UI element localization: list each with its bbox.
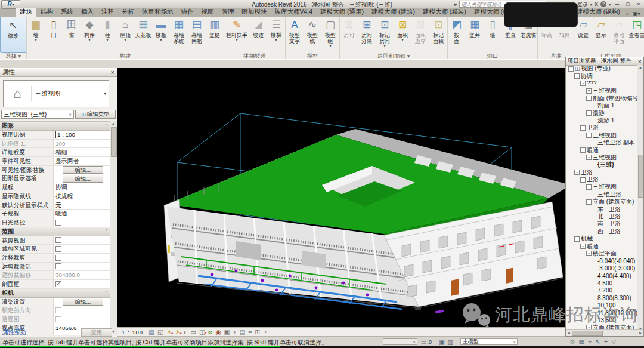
property-value[interactable]: [54, 254, 110, 262]
worksharing-display-icon[interactable]: ▤: [239, 328, 245, 335]
ceiling-button[interactable]: ▦天花板: [134, 17, 152, 53]
crop-view-icon[interactable]: ▭: [190, 328, 196, 335]
shaft-button[interactable]: ▦竖井: [466, 17, 484, 53]
tree-item[interactable]: -漫游: [566, 109, 639, 116]
workplane-viewer-button[interactable]: ◳查看器: [628, 17, 644, 53]
roof-button[interactable]: ⌂屋顶▾: [116, 17, 134, 53]
tabs-overflow-icon[interactable]: »: [624, 11, 631, 17]
floor-button[interactable]: ▬楼板▾: [152, 17, 170, 53]
tree-collapse-icon[interactable]: -: [580, 147, 586, 153]
close-button[interactable]: ×: [634, 1, 643, 7]
opening-by-face-button[interactable]: ◩按 面: [448, 17, 466, 53]
property-value[interactable]: ✓: [54, 280, 110, 288]
temporary-hide-icon[interactable]: ∞: [208, 328, 213, 335]
temporary-view-icon[interactable]: ▣: [224, 328, 230, 335]
filter-icon[interactable]: ▽: [611, 338, 616, 345]
curtain-grid-button[interactable]: ▤幕墙 网格: [188, 17, 206, 53]
tree-item[interactable]: -暖通: [566, 146, 639, 153]
ribbon-tab[interactable]: 结构: [37, 8, 57, 17]
room-button[interactable]: ⊠房间: [340, 17, 358, 53]
section-box-icon[interactable]: ⊞: [255, 328, 260, 335]
property-value[interactable]: 显示两者: [54, 157, 110, 165]
ribbon-tab[interactable]: 协作: [178, 8, 197, 17]
property-value[interactable]: 100: [54, 140, 110, 148]
detail-level-icon[interactable]: ◱: [157, 328, 163, 335]
property-value[interactable]: [54, 245, 110, 253]
tree-item[interactable]: -卫浴: [566, 168, 639, 175]
component-button[interactable]: ◆构件▾: [80, 17, 98, 53]
ribbon-tab[interactable]: 附加模块: [239, 8, 271, 17]
tree-item[interactable]: 三维卫浴: [566, 191, 639, 198]
tree-item[interactable]: -卫浴: [566, 176, 639, 183]
close-icon[interactable]: ×: [638, 58, 642, 65]
tree-item[interactable]: 4.400(4.400): [566, 272, 639, 279]
property-value[interactable]: 暖通: [54, 210, 110, 218]
tree-item[interactable]: -卫浴: [566, 124, 639, 131]
tree-collapse-icon[interactable]: -: [580, 177, 586, 183]
edit-button[interactable]: 编辑...: [63, 166, 103, 174]
ribbon-tab[interactable]: 管理: [218, 8, 238, 17]
ref-plane-button[interactable]: ▱参照 平面: [610, 17, 628, 53]
checkbox-unchecked[interactable]: [55, 237, 61, 243]
analysis-display-icon[interactable]: ≈: [248, 328, 252, 335]
scrollbar-thumb[interactable]: [572, 331, 603, 336]
tag-room-button[interactable]: ⊡标记 房间▾: [376, 17, 394, 53]
tree-expand-icon[interactable]: +: [586, 88, 592, 94]
close-icon[interactable]: ×: [111, 69, 114, 76]
drag-elements-icon[interactable]: +: [604, 338, 608, 345]
tree-item[interactable]: 4.500: [566, 279, 639, 287]
property-value[interactable]: 无: [54, 201, 110, 210]
room-separator-button[interactable]: ⊞房间 分隔: [358, 17, 376, 53]
ribbon-tab[interactable]: 视图: [198, 8, 218, 17]
panel-expand-icon[interactable]: ▸: [454, 1, 457, 8]
model-text-button[interactable]: A模型 文字: [286, 17, 304, 53]
checkbox-unchecked[interactable]: [55, 263, 61, 269]
tree-item[interactable]: -机械: [566, 235, 639, 242]
signin-label[interactable]: 登录: [577, 1, 588, 8]
type-selector[interactable]: ⌂ 三维视图 ▾: [3, 80, 109, 107]
tree-collapse-icon[interactable]: -: [586, 110, 592, 116]
building-model[interactable]: [164, 129, 565, 313]
scroll-right-icon[interactable]: ►: [639, 331, 642, 335]
links-monitor-icon[interactable]: ▦: [578, 338, 584, 345]
property-value[interactable]: 协调: [54, 183, 110, 192]
release-worksets-icon[interactable]: ⚙: [569, 338, 575, 345]
tree-item[interactable]: 剖面 1: [566, 102, 639, 109]
property-value[interactable]: 304800.0: [54, 271, 110, 279]
help-caret-icon[interactable]: ▾: [609, 2, 611, 7]
tree-collapse-icon[interactable]: -: [586, 155, 592, 160]
tree-item[interactable]: -立面 (建筑立面): [566, 198, 639, 205]
restore-button[interactable]: □: [624, 1, 632, 7]
ribbon-tab[interactable]: 分析: [118, 8, 138, 17]
ribbon-layout-icon[interactable]: ▣▾: [631, 11, 642, 17]
tree-item[interactable]: +三维视图: [566, 87, 639, 94]
tree-item[interactable]: -3.000(-3.000): [566, 265, 639, 272]
tree-collapse-icon[interactable]: -: [574, 170, 580, 175]
ribbon-tab[interactable]: 建模大师 (建筑): [368, 8, 419, 17]
show-crop-icon[interactable]: ◫x: [199, 328, 205, 335]
ribbon-tab[interactable]: 建模大师 (通用): [317, 8, 367, 17]
constraints-icon[interactable]: ⌖: [233, 328, 237, 335]
property-value[interactable]: [54, 236, 110, 245]
property-value[interactable]: 按规程: [54, 192, 110, 201]
tag-area-button[interactable]: ⊡标记 面积: [429, 17, 447, 53]
wall-opening-button[interactable]: ▯墙: [484, 17, 501, 53]
tree-collapse-icon[interactable]: -: [586, 133, 592, 138]
tree-collapse-icon[interactable]: -: [574, 73, 580, 79]
sun-path-icon[interactable]: ☀x: [166, 328, 172, 335]
ribbon-tab[interactable]: 建模大师 (钢构): [573, 8, 624, 17]
wall-button[interactable]: ▆墙▾: [27, 17, 45, 53]
mullion-button[interactable]: ▥竖梃: [206, 17, 224, 53]
ramp-button[interactable]: ◢坡道: [249, 17, 267, 53]
drawing-area[interactable]: [117, 68, 565, 327]
editable-only-icon[interactable]: ▥: [447, 338, 453, 346]
tree-collapse-icon[interactable]: -: [580, 125, 586, 131]
tree-item[interactable]: -三维视图: [566, 132, 639, 139]
tree-item[interactable]: -暖通: [566, 242, 639, 250]
apply-button[interactable]: 应用: [81, 328, 112, 337]
panel-label[interactable]: 洞口: [448, 53, 537, 59]
viewbar-collapse-icon[interactable]: ‹: [265, 329, 267, 335]
curtain-system-button[interactable]: ▦幕墙 系统: [170, 17, 188, 53]
scrollbar-thumb[interactable]: [111, 127, 117, 157]
tree-collapse-icon[interactable]: -: [586, 184, 592, 190]
